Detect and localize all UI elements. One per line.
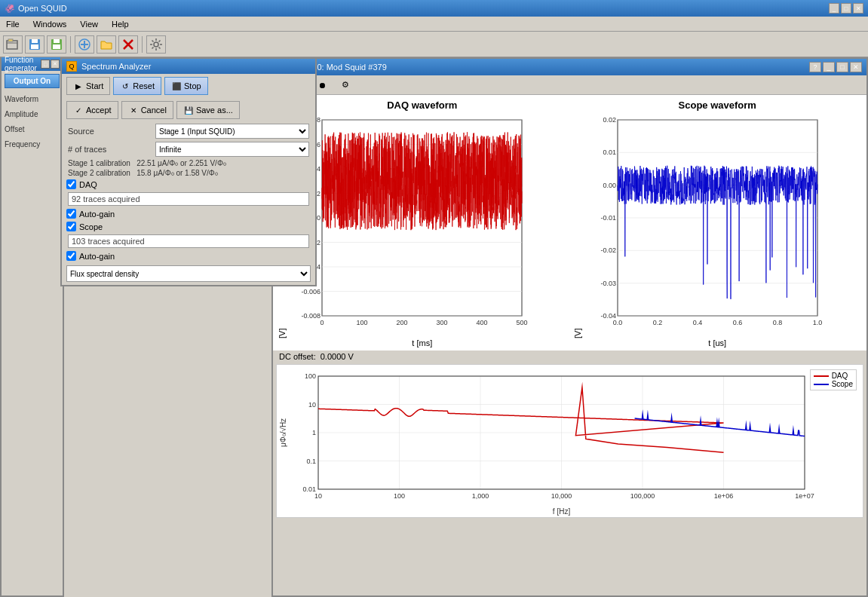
cancel-icon: ✕ [128, 105, 139, 115]
reset-button[interactable]: ↺ Reset [113, 77, 161, 95]
scope-status: 103 traces acquired [68, 234, 309, 248]
stage1-calib-label: Stage 1 calibration [68, 159, 130, 167]
save-alt-button[interactable] [47, 35, 66, 54]
sa-source-row: Source Stage 1 (Input SQUID) [62, 122, 315, 140]
display-type-select[interactable]: Flux spectral density [66, 265, 311, 282]
maximize-button[interactable]: □ [841, 3, 851, 14]
sa-bottom-row: Flux spectral density [62, 262, 315, 285]
daq-title: DAQ waveform [276, 98, 569, 112]
menu-bar: File Windows View Help [0, 17, 868, 32]
traces-select[interactable]: Infinite [155, 142, 309, 157]
legend-daq-label: DAQ [832, 372, 848, 380]
save-as-button[interactable]: 💾 Save as... [176, 101, 240, 119]
legend-scope: Scope [814, 380, 853, 388]
daq-autogain-row: Auto-gain [62, 207, 315, 220]
minimize-button[interactable]: _ [829, 3, 839, 14]
pfl-minimize-button[interactable]: _ [823, 62, 835, 72]
svg-rect-7 [53, 44, 60, 49]
menu-windows[interactable]: Windows [30, 19, 70, 29]
stage2-calib-row: Stage 2 calibration 15.8 μA/Φ₀ or 1.58 V… [62, 168, 315, 178]
scope-ylabel: [V] [572, 112, 584, 338]
legend-scope-color [814, 384, 829, 385]
scope-autogain-row: Auto-gain [62, 250, 315, 262]
app-title: Open SQUID [18, 4, 67, 13]
add-button[interactable] [75, 35, 94, 54]
scope-title: Scope waveform [572, 98, 864, 112]
sa-traces-row: # of traces Infinite [62, 140, 315, 158]
main-content: Function generator □ ✕ Output On Wavefor… [0, 57, 868, 597]
svg-rect-3 [32, 39, 38, 43]
menu-view[interactable]: View [77, 19, 101, 29]
fg-waveform-label: Waveform [5, 95, 60, 103]
pfl-help-button[interactable]: ? [809, 62, 821, 72]
source-select[interactable]: Stage 1 (Input SQUID) [155, 124, 309, 139]
fg-amplitude-row: Amplitude [2, 106, 63, 121]
stop-button[interactable]: ⬛ Stop [164, 77, 208, 95]
open-button[interactable] [3, 35, 23, 54]
start-button[interactable]: ▶ Start [66, 77, 110, 95]
fg-title-buttons: □ ✕ [41, 60, 60, 69]
pfl-toolbar: ▶ ▌▌ ⏺ ⚙ [273, 75, 866, 95]
stage1-calib-value: 22.51 μA/Φ₀ or 2.251 V/Φ₀ [136, 159, 226, 167]
legend-daq: DAQ [814, 372, 853, 380]
sa-toolbar: ▶ Start ↺ Reset ⬛ Stop [62, 74, 315, 98]
fg-amplitude-label: Amplitude [5, 110, 60, 118]
fg-close-button[interactable]: ✕ [51, 60, 60, 69]
legend-daq-color [814, 375, 829, 377]
cancel-button[interactable]: ✕ Cancel [121, 101, 173, 119]
pfl-maximize-button[interactable]: □ [836, 62, 848, 72]
app-icon: 🦑 [5, 4, 15, 14]
fg-restore-button[interactable]: □ [41, 60, 50, 69]
title-bar-left: 🦑 Open SQUID [5, 4, 67, 14]
spectrum-icon: Q [66, 61, 77, 72]
stage2-calib-label: Stage 2 calibration [68, 169, 130, 177]
fg-title-text: Function generator [5, 56, 41, 72]
spectrum-legend: DAQ Scope [810, 369, 857, 390]
start-icon: ▶ [73, 81, 84, 91]
fg-frequency-row: Frequency [2, 136, 63, 152]
daq-xlabel: t [ms] [276, 338, 569, 347]
scope-autogain-checkbox[interactable] [66, 251, 76, 261]
function-generator-panel: Function generator □ ✕ Output On Wavefor… [0, 57, 64, 597]
daq-status: 92 traces acquired [68, 192, 309, 206]
delete-button[interactable] [118, 35, 138, 54]
scope-chart-container: Scope waveform [V] t [us] [572, 98, 864, 347]
daq-autogain-checkbox[interactable] [66, 209, 76, 219]
daq-chart-inner: [V] [276, 112, 569, 338]
svg-rect-4 [31, 44, 38, 49]
scope-checkbox-row: Scope [62, 220, 315, 233]
title-bar: 🦑 Open SQUID _ □ ✕ [0, 0, 868, 17]
toolbar [0, 32, 868, 57]
menu-file[interactable]: File [3, 19, 23, 29]
accept-icon: ✓ [73, 105, 84, 115]
spectrum-chart-container: DAQ Scope [276, 364, 863, 518]
daq-waveform-canvas [288, 112, 529, 338]
save-button[interactable] [25, 35, 44, 54]
close-button[interactable]: ✕ [853, 3, 863, 14]
fg-frequency-label: Frequency [5, 140, 60, 148]
daq-chart-container: DAQ waveform [V] t [ms] [276, 98, 569, 347]
svg-rect-6 [54, 39, 60, 43]
scope-waveform-canvas [584, 112, 825, 338]
stop-icon: ⬛ [171, 81, 182, 91]
settings-button[interactable] [146, 35, 166, 54]
title-bar-buttons: _ □ ✕ [829, 3, 863, 14]
fg-output-button[interactable]: Output On [5, 74, 60, 88]
scope-label: Scope [79, 222, 103, 231]
toolbar-separator-2 [142, 36, 143, 53]
stage2-calib-value: 15.8 μA/Φ₀ or 1.58 V/Φ₀ [136, 169, 218, 177]
daq-checkbox[interactable] [66, 179, 76, 189]
pfl-toolbar-item-3[interactable]: ⚙ [336, 78, 354, 92]
dc-offset-row: DC offset: 0.0000 V [273, 351, 866, 363]
scope-checkbox[interactable] [66, 222, 76, 231]
pfl-close-button[interactable]: ✕ [850, 62, 862, 72]
daq-label: DAQ [79, 180, 97, 189]
fg-offset-label: Offset [5, 125, 60, 133]
accept-button[interactable]: ✓ Accept [66, 101, 118, 119]
folder-button[interactable] [97, 35, 116, 54]
dc-offset-label: DC offset: [279, 352, 316, 361]
menu-help[interactable]: Help [109, 19, 132, 29]
pfl-title-bar: Q PFL100: Mod Squid #379 ? _ □ ✕ [273, 59, 866, 75]
function-generator-title: Function generator □ ✕ [2, 57, 63, 71]
spectrum-chart-canvas [277, 365, 850, 516]
